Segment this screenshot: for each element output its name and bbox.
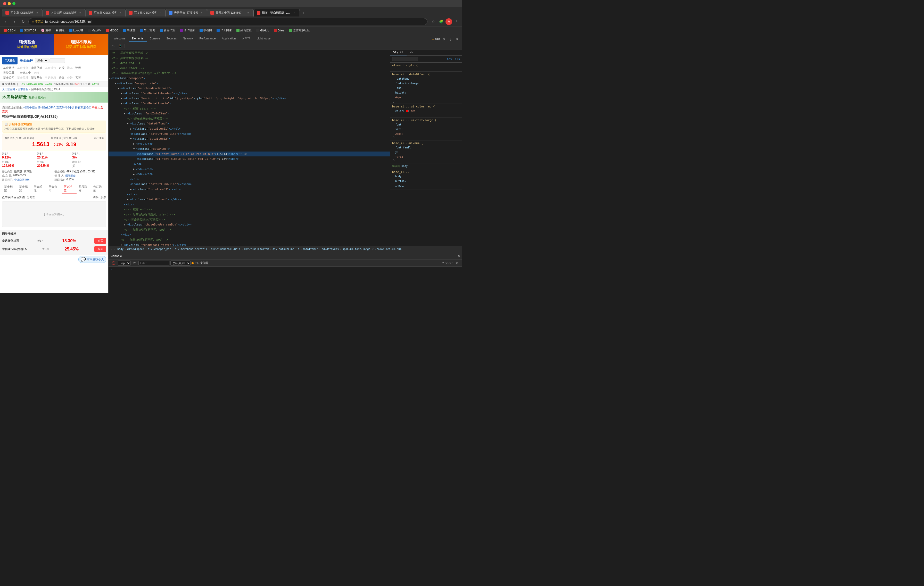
fund-type-select[interactable]: 基金 xyxy=(35,58,48,63)
html-line-21[interactable]: <span class="ui-font-large ui-color-red … xyxy=(109,151,390,157)
html-line-35[interactable]: ▶<div class="choseBuyWay canBuy">…</div> xyxy=(109,222,390,227)
html-line-10[interactable]: ▶<div class="horizon ip_tips" id="jzgs-t… xyxy=(109,96,390,101)
dt-tab-elements[interactable]: Elements xyxy=(129,35,147,42)
html-line-9[interactable]: ▶<div class="fundDetail-header">…</div> xyxy=(109,91,390,96)
elements-panel[interactable]: <!-- 异常涨幅提示开始--> <!-- 异常涨幅提示结束--> <!-- h… xyxy=(109,49,390,246)
dt-tab-lighthouse[interactable]: Lighthouse xyxy=(253,35,274,42)
styles-tab-more[interactable]: >> xyxy=(407,49,416,55)
address-bar[interactable]: ⚠ 不安全 fund.eastmoney.com/161725.html xyxy=(28,18,427,25)
html-line-13[interactable]: ▼<div class="fundInfoItem"> xyxy=(109,111,390,116)
chart-tab-buy[interactable]: 购买 xyxy=(93,195,99,200)
html-line-39[interactable]: ▶<div class="fundDetail-footer">…</div> xyxy=(109,242,390,246)
html-line-11[interactable]: ▼<div class="fundDetail-main"> xyxy=(109,101,390,106)
nav-rating[interactable]: 评级 xyxy=(74,66,82,70)
color-swatch-red[interactable] xyxy=(406,110,409,112)
tab-dividend[interactable]: 分红送配 xyxy=(91,184,106,194)
menu-icon[interactable]: ⋮ xyxy=(453,18,460,25)
html-line-31[interactable]: </div> xyxy=(109,202,390,207)
html-line-32[interactable]: <!-- 档案 end --> xyxy=(109,207,390,212)
tab-7[interactable]: 招商中证白酒指数(LOF)A( × xyxy=(253,9,300,16)
bookmark-gitee[interactable]: Gitee xyxy=(272,28,286,33)
nav-self[interactable]: 自选基金 xyxy=(18,70,32,75)
bookmark-wechat[interactable]: 微信开放社区 xyxy=(287,28,312,33)
fund-browse-link2[interactable]: 嘉实沪港6个月持有期混合C xyxy=(56,106,91,109)
back-button[interactable]: ‹ xyxy=(2,18,9,25)
tab-close-5[interactable]: × xyxy=(200,11,204,15)
tab-close-6[interactable]: × xyxy=(246,11,250,15)
chat-bubble[interactable]: 💬 有问题找小天 xyxy=(78,256,106,263)
tab-close-4[interactable]: × xyxy=(158,11,162,15)
tab-close-7[interactable]: × xyxy=(293,11,297,15)
bc-datanums[interactable]: dd.dataNums xyxy=(322,248,339,250)
html-line-24[interactable]: ▶<dd>…</dd> xyxy=(109,167,390,172)
hov-button[interactable]: :hov xyxy=(445,58,452,61)
webpage-scroll[interactable]: 纯债基金 稳健派的选择 理财不限购 就活期宝 快取单日限 天天基金 基金品种 xyxy=(0,34,108,293)
forward-button[interactable]: › xyxy=(11,18,18,25)
similar-buy-2[interactable]: 购买 xyxy=(94,246,106,252)
dt-tab-network[interactable]: Network xyxy=(180,35,196,42)
html-line-22[interactable]: <span class="ui-font-middle ui-color-red… xyxy=(109,156,390,161)
extension-icon[interactable]: 🧩 xyxy=(438,18,444,25)
html-line-33[interactable]: <!-- 计算\购买(可以买) start --> xyxy=(109,212,390,217)
html-line-34[interactable]: <!--基金购买模块(可购买)--> xyxy=(109,217,390,222)
tab-6[interactable]: 天天基金网(1234567.com... × xyxy=(207,9,253,16)
dt-tab-sources[interactable]: Sources xyxy=(163,35,180,42)
bc-funddetail[interactable]: div.fundDetail-main xyxy=(211,248,240,250)
tab-4[interactable]: 写文章-CSDN博客 × xyxy=(125,9,166,16)
fund-browse-link[interactable]: 招商中证白酒指数(LOF)A xyxy=(23,106,55,109)
bc-wrapper-min[interactable]: div.wrapper_min xyxy=(148,248,171,250)
html-line-7[interactable]: ▼<div class="wrapper_min"> xyxy=(109,81,390,86)
tab-close-3[interactable]: × xyxy=(119,11,122,15)
dt-tab-console[interactable]: Console xyxy=(147,35,163,42)
bc-dataitem02[interactable]: dl.dataItem02 xyxy=(298,248,318,250)
html-line-29[interactable]: </div> xyxy=(109,192,390,197)
device-toolbar-icon[interactable]: 📱 xyxy=(117,43,123,49)
settings-icon[interactable]: ⚙ xyxy=(441,36,447,42)
console-clear-icon[interactable]: 🚫 xyxy=(111,260,116,266)
bookmark-lookae[interactable]: LookAE xyxy=(68,28,85,33)
nav-new[interactable]: 新发基金 xyxy=(30,75,43,80)
profile-icon[interactable]: A xyxy=(446,18,452,25)
bc-spanfontlarge[interactable]: span.ui-font-large.ui-color-red.ui-num xyxy=(342,248,401,250)
tab-archive[interactable]: 基金档案 xyxy=(2,184,17,194)
bookmark-csdn[interactable]: CSDN xyxy=(2,28,17,33)
bookmark-luogu[interactable]: 🌸 洛谷 xyxy=(40,28,53,33)
tab-company[interactable]: 基金公司 xyxy=(47,184,62,194)
dt-tab-application[interactable]: Application xyxy=(219,35,239,42)
nav-dingtou[interactable]: 定投 xyxy=(58,66,66,70)
tab-manager[interactable]: 基金经理 xyxy=(32,184,47,194)
inspect-element-icon[interactable]: ↖ xyxy=(111,43,116,49)
bookmark-graph[interactable]: ◉ 图论 xyxy=(54,28,66,33)
nav-tools[interactable]: 投资工具 xyxy=(2,70,15,75)
fund-track-value[interactable]: 中证白酒指数 xyxy=(14,178,30,182)
tab-history[interactable]: 历史净值 xyxy=(62,184,77,194)
html-line-38[interactable]: <!-- 计算\购买(不可买) end --> xyxy=(109,237,390,242)
html-line-5[interactable]: <!-- 当前基金档案\计算\定投\开户 start --> xyxy=(109,71,390,76)
styles-filter-input[interactable] xyxy=(392,57,418,61)
console-settings-icon[interactable]: ⚙ xyxy=(454,260,460,266)
refresh-button[interactable]: ↻ xyxy=(20,18,27,25)
bc-merch[interactable]: div.merchandiseDetail xyxy=(175,248,207,250)
dt-tab-welcome[interactable]: Welcome xyxy=(111,35,129,42)
bc-wrapper[interactable]: div.wrapper xyxy=(127,248,144,250)
fund-search-input[interactable] xyxy=(50,58,65,63)
html-line-12[interactable]: <!-- 档案 start --> xyxy=(109,106,390,111)
html-line-15[interactable]: ▼<div class="dataOfFund"> xyxy=(109,121,390,126)
tab-1[interactable]: 写文章-CSDN博客 × xyxy=(2,9,42,16)
console-close-button[interactable]: × xyxy=(458,254,460,258)
nav-data[interactable]: 基金数据 xyxy=(2,66,15,70)
html-line-6[interactable]: ▼<div class="wrapper"> xyxy=(109,76,390,81)
bc-fundinfoitem[interactable]: div.fundInfoItem xyxy=(244,248,269,250)
console-prompt-input[interactable] xyxy=(113,268,460,272)
console-eye-icon[interactable]: 👁 xyxy=(132,260,137,266)
html-line-37[interactable]: </div> xyxy=(109,232,390,237)
html-line-30[interactable]: ▶<div class="infoOfFund">…</div> xyxy=(109,197,390,202)
tab-5[interactable]: 天天基金_百度搜索 × xyxy=(165,9,207,16)
html-line-17[interactable]: <span class="dataOfFund-line"></span> xyxy=(109,132,390,137)
html-line-4[interactable]: <!-- main start --> xyxy=(109,66,390,71)
nav-company[interactable]: 基金公司 xyxy=(2,75,15,80)
html-line-16[interactable]: ▶<dl class="dataItem01">…</dl> xyxy=(109,126,390,132)
chart-tab-timeshare[interactable]: 分时图 xyxy=(27,195,35,200)
html-line-14[interactable]: <!--开放式基金收益率模块--> xyxy=(109,116,390,121)
chart-tab-stock[interactable]: 股票 xyxy=(101,195,106,200)
